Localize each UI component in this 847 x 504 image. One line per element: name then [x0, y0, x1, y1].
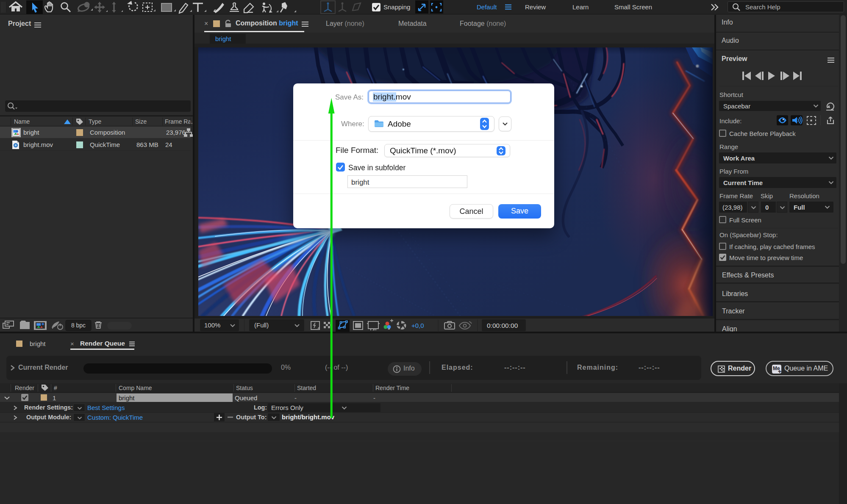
svg-text:8 bpc: 8 bpc [71, 322, 86, 329]
svg-text:0:00:00:00: 0:00:00:00 [487, 322, 518, 329]
svg-text:+0,0: +0,0 [411, 322, 424, 329]
